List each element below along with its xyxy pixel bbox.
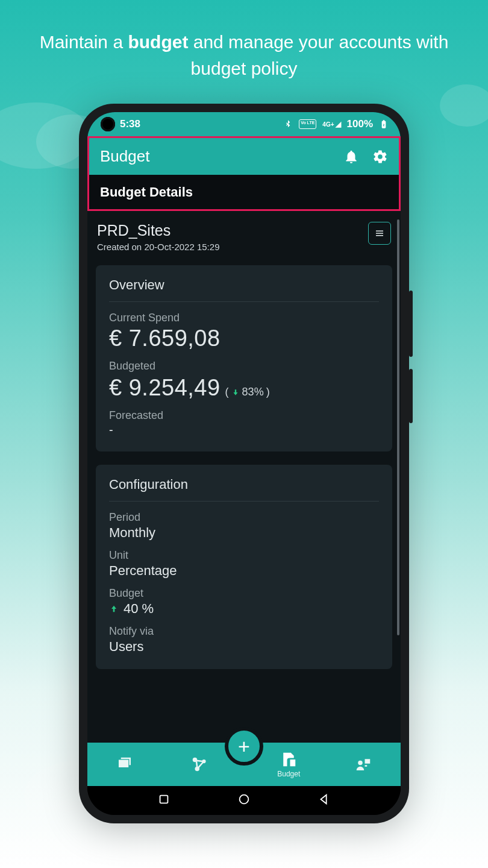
bottom-nav: Budget + [87, 743, 401, 786]
fab-add-button[interactable]: + [225, 727, 263, 766]
forecasted-value: - [109, 423, 379, 437]
budget-cfg-label: Budget [109, 587, 379, 600]
nav-tab-budget-label: Budget [277, 770, 300, 778]
budget-created: Created on 20-Oct-2022 15:29 [97, 242, 219, 252]
bluetooth-icon [283, 119, 293, 129]
current-spend-label: Current Spend [109, 312, 379, 324]
budgeted-value: € 9.254,49 [109, 375, 221, 401]
budget-icon [280, 750, 298, 769]
android-back-button[interactable] [318, 793, 331, 808]
overview-title: Overview [109, 277, 379, 302]
budget-name: PRD_Sites [97, 222, 219, 239]
forecasted-label: Forecasted [109, 409, 379, 422]
nav-tab-4[interactable] [326, 743, 401, 786]
section-title: Budget Details [100, 184, 193, 200]
svg-point-3 [358, 761, 363, 766]
android-recents-button[interactable] [157, 793, 170, 808]
bell-icon[interactable] [343, 149, 359, 165]
promo-headline: Maintain a budget and manage your accoun… [0, 29, 488, 81]
app-header: Budget [87, 136, 401, 175]
current-spend-value: € 7.659,08 [109, 326, 379, 351]
phone-mockup: 5:38 Vo LTE 4G+ 100% Budget Budget Detai… [79, 104, 409, 823]
page-title: Budget [100, 147, 149, 166]
status-bar: 5:38 Vo LTE 4G+ 100% [87, 112, 401, 136]
svg-point-5 [240, 795, 249, 804]
battery-icon [379, 119, 389, 129]
period-label: Period [109, 511, 379, 524]
svg-rect-4 [160, 796, 167, 804]
content-area[interactable]: PRD_Sites Created on 20-Oct-2022 15:29 O… [87, 211, 401, 743]
status-icons: Vo LTE 4G+ 100% [283, 118, 389, 130]
budget-menu-button[interactable] [368, 222, 391, 245]
configuration-card: Configuration Period Monthly Unit Percen… [96, 465, 392, 669]
hamburger-icon [374, 228, 385, 239]
unit-value: Percentage [109, 563, 379, 579]
section-title-bar: Budget Details [87, 175, 401, 211]
notify-label: Notify via [109, 625, 379, 638]
unit-label: Unit [109, 549, 379, 562]
arrow-down-icon [231, 388, 240, 397]
volte-badge: Vo LTE [299, 119, 316, 129]
budgeted-label: Budgeted [109, 360, 379, 373]
arrow-up-icon [109, 604, 119, 614]
budgeted-pct: ( 83%) [225, 386, 270, 398]
camera-hole [101, 117, 115, 131]
status-time: 5:38 [120, 118, 140, 130]
overview-card: Overview Current Spend € 7.659,08 Budget… [96, 265, 392, 451]
budget-cfg-value: 40 % [109, 601, 379, 617]
android-nav-bar [87, 786, 401, 815]
period-value: Monthly [109, 525, 379, 541]
user-monitor-icon [354, 755, 372, 773]
network-4g-icon: 4G+ [322, 120, 340, 128]
android-home-button[interactable] [237, 793, 251, 808]
gear-icon[interactable] [372, 149, 388, 165]
config-title: Configuration [109, 477, 379, 502]
network-icon [190, 755, 208, 773]
notify-value: Users [109, 639, 379, 655]
battery-text: 100% [347, 118, 373, 130]
nav-tab-1[interactable] [87, 743, 162, 786]
card-stack-icon [116, 755, 134, 773]
